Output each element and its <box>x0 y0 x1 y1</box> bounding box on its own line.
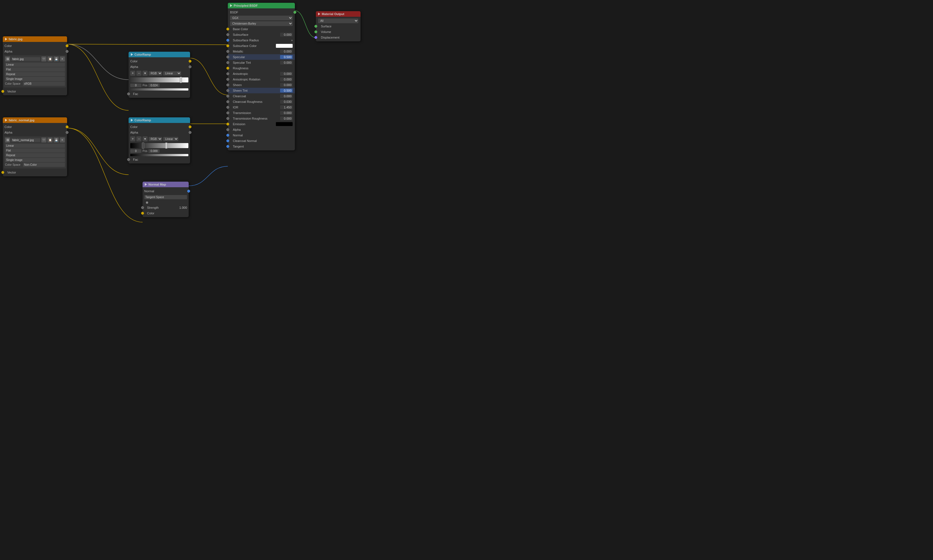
alpha-output-socket-2[interactable] <box>66 131 68 134</box>
transmission-socket[interactable] <box>226 111 229 114</box>
interpolation-select-2[interactable]: LinearClosest <box>5 144 65 148</box>
vector-input-socket-2[interactable] <box>2 171 4 174</box>
base-color-socket[interactable] <box>226 28 229 31</box>
anisotropic-rotation-socket[interactable] <box>226 78 229 81</box>
projection-select[interactable]: FlatBoxSphereTube <box>5 67 65 72</box>
img-copy-icon-2[interactable]: 📋 <box>48 137 52 143</box>
normalmap-space-select[interactable]: Tangent SpaceObject SpaceWorld Space <box>144 195 187 199</box>
clearcoat-roughness-socket[interactable] <box>226 100 229 103</box>
extension-select[interactable]: RepeatExtendClip <box>5 72 65 76</box>
collapse-icon-6[interactable] <box>230 4 232 7</box>
ramp2-gradient[interactable] <box>130 143 188 148</box>
img-save-icon-2[interactable]: 💾 <box>54 137 59 143</box>
vector-input-socket[interactable] <box>2 90 4 93</box>
ramp1-mode-select[interactable]: RGBHSV <box>149 71 162 75</box>
ggx-select[interactable]: GGXMultiscatter GGX <box>230 15 293 20</box>
img-filename-field-2[interactable]: fabric_normal.jpg <box>11 138 40 142</box>
ramp2-menu-btn[interactable]: ▾ <box>143 136 148 142</box>
matout-all-select[interactable]: AllCyclesEevee <box>318 18 358 23</box>
collapse-icon-3[interactable] <box>131 53 133 56</box>
sheen-socket[interactable] <box>226 83 229 86</box>
alpha-output-socket-3[interactable] <box>189 65 191 68</box>
img-type-icon-2[interactable]: 🖼 <box>5 137 10 143</box>
subsurface-row: Subsurface 0.000 <box>228 32 295 37</box>
bsdf-output-socket[interactable] <box>294 11 296 14</box>
img-copy-icon[interactable]: 📋 <box>48 57 52 62</box>
source-select-2[interactable]: Single ImageMovie <box>5 158 65 162</box>
sheen-tint-value: 0.500 <box>280 89 293 92</box>
collapse-icon-7[interactable] <box>318 12 320 15</box>
source-select[interactable]: Single ImageMovieGenerated <box>5 77 65 81</box>
fac-input-socket-2[interactable] <box>127 158 130 161</box>
subsurface-color-preview[interactable] <box>276 44 293 48</box>
ramp2-add-btn[interactable]: + <box>130 136 135 142</box>
displacement-input-socket[interactable] <box>314 36 317 39</box>
ior-socket[interactable] <box>226 106 229 109</box>
ramp2-handle-left[interactable] <box>142 143 144 149</box>
img-close-icon[interactable]: ✕ <box>60 57 65 62</box>
ramp2-stop-index[interactable] <box>130 149 142 153</box>
ramp1-handle[interactable] <box>180 77 182 83</box>
metallic-socket[interactable] <box>226 50 229 53</box>
sheen-tint-socket[interactable] <box>226 89 229 92</box>
strength-input-socket[interactable] <box>141 206 144 209</box>
color-output-socket-4[interactable] <box>189 125 191 128</box>
subsurface-color-socket[interactable] <box>226 45 229 47</box>
anisotropic-socket[interactable] <box>226 72 229 75</box>
color-label: Color <box>5 44 65 48</box>
img-filename-field[interactable]: fabric.jpg <box>11 57 40 61</box>
volume-input-socket[interactable] <box>314 31 317 33</box>
emission-color-preview[interactable] <box>276 122 293 126</box>
color-output-socket-2[interactable] <box>66 125 68 128</box>
collapse-icon-4[interactable] <box>131 119 133 122</box>
ramp1-pos-value[interactable] <box>148 83 160 87</box>
fac-input-socket[interactable] <box>127 92 130 95</box>
tangent-socket[interactable] <box>226 145 229 148</box>
colorspace-select[interactable]: sRGBLinearNon-Color <box>23 82 65 86</box>
ramp2-handle-right[interactable] <box>165 143 168 149</box>
ramp1-gradient[interactable] <box>130 77 188 82</box>
alpha-output-socket[interactable] <box>66 50 68 53</box>
ramp1-add-btn[interactable]: + <box>130 71 135 76</box>
ramp2-interp-select[interactable]: LinearEase <box>163 137 178 141</box>
alpha-output-socket-4[interactable] <box>189 131 191 134</box>
extension-select-2[interactable]: RepeatExtend <box>5 153 65 157</box>
emission-socket[interactable] <box>226 123 229 125</box>
color-input-socket[interactable] <box>141 212 144 215</box>
ramp1-remove-btn[interactable]: − <box>136 71 142 76</box>
alpha-bsdf-label: Alpha <box>230 128 293 131</box>
alpha-bsdf-socket[interactable] <box>226 128 229 131</box>
img-shield-icon-2[interactable]: 🛡 <box>42 137 46 143</box>
collapse-icon-2[interactable] <box>5 119 7 122</box>
img-shield-icon[interactable]: 🛡 <box>42 57 46 62</box>
ramp1-menu-btn[interactable]: ▾ <box>143 71 148 76</box>
interpolation-select[interactable]: LinearClosestCubic <box>5 63 65 67</box>
ramp1-stop-index[interactable] <box>130 83 142 87</box>
collapse-icon[interactable] <box>5 38 7 40</box>
color-output-socket[interactable] <box>66 45 68 47</box>
transmission-roughness-socket[interactable] <box>226 117 229 120</box>
roughness-socket[interactable] <box>226 67 229 69</box>
img-save-icon[interactable]: 💾 <box>54 57 59 62</box>
img-close-icon-2[interactable]: ✕ <box>60 137 65 143</box>
normal-bsdf-socket[interactable] <box>226 134 229 137</box>
subsurface-value: 0.000 <box>280 33 293 37</box>
ramp2-remove-btn[interactable]: − <box>136 136 142 142</box>
collapse-icon-5[interactable] <box>145 183 147 186</box>
surface-input-socket[interactable] <box>314 25 317 28</box>
projection-select-2[interactable]: FlatBox <box>5 148 65 152</box>
color-output-socket-3[interactable] <box>189 60 191 63</box>
colorspace-select-2[interactable]: Non-ColorsRGBLinear <box>23 163 65 167</box>
specular-socket[interactable] <box>226 55 229 58</box>
cb-select[interactable]: Christensen-BurleyRandom Walk <box>230 21 293 26</box>
clearcoat-normal-socket[interactable] <box>226 140 229 142</box>
ramp2-mode-select[interactable]: RGBHSV <box>149 137 162 141</box>
ramp1-interp-select[interactable]: LinearEaseB-Spline <box>163 71 181 75</box>
clearcoat-socket[interactable] <box>226 95 229 97</box>
subsurface-socket[interactable] <box>226 33 229 36</box>
ramp2-pos-value[interactable] <box>148 149 160 153</box>
normal-output-socket[interactable] <box>187 190 190 192</box>
specular-tint-socket[interactable] <box>226 61 229 64</box>
img-type-icon[interactable]: 🖼 <box>5 57 10 62</box>
subsurface-radius-socket[interactable] <box>226 39 229 42</box>
